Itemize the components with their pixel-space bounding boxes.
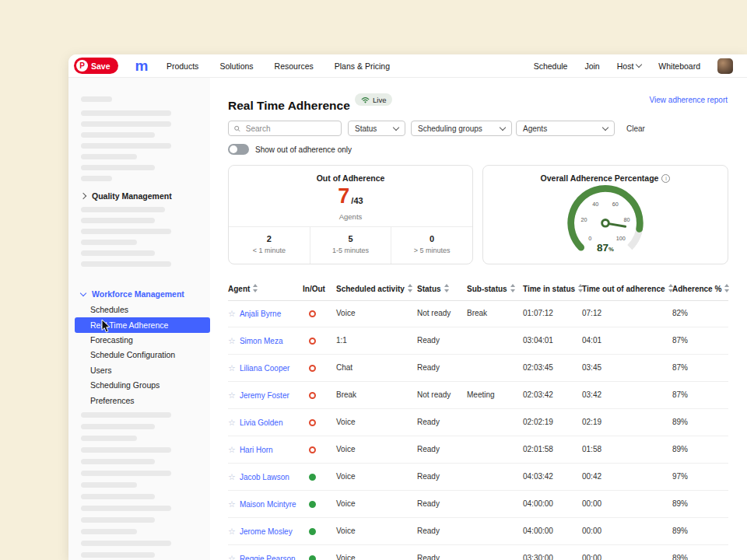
sort-icon[interactable]	[724, 284, 730, 292]
sort-icon[interactable]	[510, 284, 516, 292]
time-in-status-cell: 04:00:00	[523, 491, 553, 517]
time-out-of-adherence-cell: 01:58	[582, 436, 601, 463]
time-out-of-adherence-cell: 03:42	[582, 382, 601, 408]
star-icon[interactable]: ☆	[228, 472, 236, 481]
clear-filters-button[interactable]: Clear	[626, 124, 645, 133]
agent-cell: ☆Anjali Byrne	[228, 300, 281, 327]
view-adherence-report-link[interactable]: View adherence report	[650, 96, 728, 104]
nav-item-plans-pricing[interactable]: Plans & Pricing	[335, 61, 390, 71]
sidebar-item-schedule-configuration[interactable]: Schedule Configuration	[90, 348, 175, 362]
status-dropdown[interactable]: Status	[348, 121, 405, 136]
sort-icon[interactable]	[444, 284, 450, 292]
nav-item-join[interactable]: Join	[584, 61, 599, 71]
column-label: Adherence %	[672, 285, 721, 293]
agent-link[interactable]: Jacob Lawson	[240, 473, 289, 481]
skeleton-bar	[81, 121, 171, 127]
time-out-of-adherence-cell: 04:01	[582, 327, 601, 354]
column-header-status[interactable]: Status	[417, 278, 450, 300]
adherence-cell: 89%	[672, 436, 688, 463]
skeleton-bar	[81, 506, 171, 511]
agent-link[interactable]: Hari Horn	[240, 446, 273, 454]
time-out-of-adherence-cell: 03:45	[582, 355, 601, 381]
substatus-cell: Meeting	[467, 382, 495, 408]
column-header-sub-status[interactable]: Sub-status	[467, 278, 516, 300]
agent-link[interactable]: Anjali Byrne	[240, 310, 281, 318]
sidebar-item-preferences[interactable]: Preferences	[90, 394, 135, 408]
column-header-scheduled-activity[interactable]: Scheduled activity	[336, 278, 413, 300]
agents-dropdown[interactable]: Agents	[516, 121, 615, 136]
nav-item-resources[interactable]: Resources	[275, 61, 314, 71]
sidebar-item-schedules[interactable]: Schedules	[90, 303, 128, 317]
show-out-of-adherence-toggle[interactable]	[228, 144, 249, 155]
star-icon[interactable]: ☆	[228, 309, 236, 318]
time-in-status-cell: 02:03:42	[523, 382, 553, 408]
miro-logo[interactable]: m	[135, 58, 148, 73]
column-header-agent[interactable]: Agent	[228, 278, 258, 300]
out-of-adherence-card: Out of Adherence 7 /43 Agents 2 < 1 minu…	[228, 165, 473, 264]
avatar[interactable]	[717, 58, 733, 74]
skeleton-bar	[81, 529, 137, 534]
scheduling-groups-dropdown[interactable]: Scheduling groups	[411, 121, 512, 136]
star-icon[interactable]: ☆	[228, 554, 236, 560]
status-cell: Ready	[417, 409, 440, 436]
agent-link[interactable]: Jerome Mosley	[240, 527, 293, 536]
mouse-cursor	[100, 319, 111, 334]
agent-link[interactable]: Livia Golden	[240, 418, 283, 427]
time-out-of-adherence-cell: 00:42	[582, 464, 601, 490]
star-icon[interactable]: ☆	[228, 445, 236, 454]
agent-cell: ☆Maison Mcintyre	[228, 491, 296, 517]
activity-cell: Chat	[336, 355, 352, 381]
column-header-time-in-status[interactable]: Time in status	[523, 278, 584, 300]
sidebar-section-workforce-management[interactable]: Workforce Management	[81, 289, 184, 299]
star-icon[interactable]: ☆	[228, 363, 236, 373]
desktop-background: P Save m Products Solutions Resources Pl…	[0, 0, 747, 560]
sidebar-item-forecasting[interactable]: Forecasting	[90, 333, 133, 348]
agent-link[interactable]: Simon Meza	[240, 337, 283, 345]
agent-link[interactable]: Liliana Cooper	[240, 364, 290, 373]
skeleton-bar	[81, 176, 112, 181]
pinterest-icon: P	[76, 60, 88, 72]
bucket-under-1-minute: 2 < 1 minute	[229, 227, 310, 264]
sidebar-section-quality-management[interactable]: Quality Management	[81, 191, 172, 201]
nav-item-host[interactable]: Host	[617, 61, 642, 71]
sidebar-item-real-time-adherence-selected[interactable]: Real Time Adherence	[75, 317, 210, 333]
inout-cell	[306, 491, 318, 517]
star-icon[interactable]: ☆	[228, 390, 236, 400]
column-header-time-out-of-adherence[interactable]: Time out of adherence	[582, 278, 674, 300]
inout-cell	[306, 355, 318, 381]
column-header-adherence[interactable]: Adherence %	[672, 278, 730, 300]
adherence-cell: 89%	[672, 491, 688, 517]
pinterest-save-button[interactable]: P Save	[74, 58, 118, 74]
agent-link[interactable]: Jeremy Foster	[240, 391, 289, 400]
nav-item-solutions[interactable]: Solutions	[219, 61, 253, 71]
nav-item-products[interactable]: Products	[167, 61, 198, 71]
chevron-down-icon	[500, 124, 506, 130]
toggle-label: Show out of adherence only	[255, 145, 352, 154]
sort-icon[interactable]	[253, 284, 258, 292]
agent-link[interactable]: Reggie Pearson	[240, 555, 296, 560]
inout-cell	[306, 409, 318, 436]
column-header-inout[interactable]: In/Out	[303, 278, 325, 300]
inout-cell	[306, 545, 318, 560]
sort-icon[interactable]	[408, 284, 413, 292]
nav-item-schedule[interactable]: Schedule	[534, 61, 568, 71]
adherence-cell: 89%	[672, 409, 688, 436]
skeleton-bar	[81, 250, 155, 256]
main-content: Real Time Adherence Live View adherence …	[210, 78, 747, 560]
star-icon[interactable]: ☆	[228, 336, 236, 345]
sidebar-item-scheduling-groups[interactable]: Scheduling Groups	[90, 378, 160, 393]
agent-link[interactable]: Maison Mcintyre	[240, 500, 296, 509]
star-icon[interactable]: ☆	[228, 418, 236, 427]
activity-cell: 1:1	[336, 327, 347, 354]
skeleton-bar	[81, 482, 137, 488]
page-title: Real Time Adherence	[228, 99, 350, 113]
search-input[interactable]	[244, 124, 335, 134]
star-icon[interactable]: ☆	[228, 499, 236, 509]
bucket-label: > 5 minutes	[391, 247, 472, 254]
star-icon[interactable]: ☆	[228, 527, 236, 536]
column-label: Agent	[228, 285, 250, 293]
table-row: ☆Anjali Byrne Voice Not ready Break 01:0…	[228, 300, 728, 327]
sidebar-item-users[interactable]: Users	[90, 363, 111, 378]
inout-cell	[306, 327, 318, 354]
nav-item-whiteboard[interactable]: Whiteboard	[658, 61, 700, 71]
